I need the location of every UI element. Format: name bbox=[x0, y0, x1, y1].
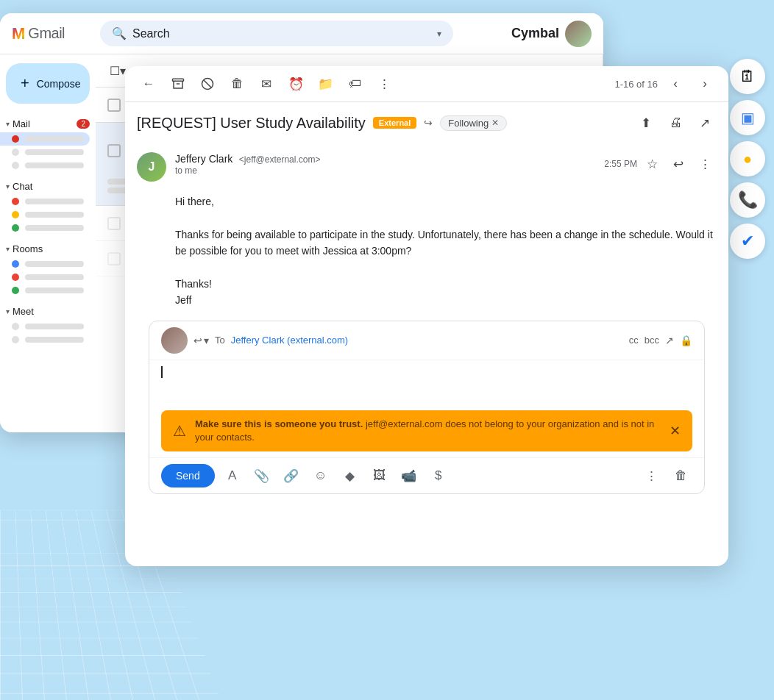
gmail-header: M Gmail 🔍 Search ▾ Cymbal bbox=[0, 13, 603, 54]
footer-delete-icon[interactable]: 🗑 bbox=[669, 464, 692, 488]
attach-icon[interactable]: 📎 bbox=[250, 464, 274, 488]
report-button[interactable] bbox=[196, 72, 219, 96]
compose-button[interactable]: + Compose bbox=[6, 63, 90, 104]
reply-direction-icons[interactable]: ↩ ▾ bbox=[194, 335, 209, 346]
star-message-icon[interactable]: ☆ bbox=[640, 152, 664, 176]
email-subject-line: [REQUEST] User Study Availability Extern… bbox=[125, 102, 728, 140]
mail-badge: 2 bbox=[77, 119, 90, 129]
panel-icon-phone[interactable]: 📞 bbox=[730, 182, 765, 218]
reply-message-icon[interactable]: ↩ bbox=[667, 152, 690, 176]
sidebar-item-chat-2[interactable] bbox=[0, 208, 90, 221]
email-checkbox[interactable] bbox=[107, 99, 121, 112]
reply-lock-icon[interactable]: 🔒 bbox=[680, 335, 692, 346]
rooms-dot-2 bbox=[12, 274, 19, 281]
move-button[interactable]: 📁 bbox=[313, 72, 337, 96]
svg-line-2 bbox=[204, 80, 212, 88]
rooms-dot-1 bbox=[12, 260, 19, 268]
panel-icon-meet[interactable]: ▣ bbox=[730, 100, 765, 135]
msg-body-text: Thanks for being available to participat… bbox=[175, 226, 717, 260]
cc-button[interactable]: cc bbox=[629, 335, 639, 346]
rooms-section-label: Rooms bbox=[13, 243, 43, 254]
sidebar-item-inbox[interactable] bbox=[0, 132, 90, 146]
open-new-icon[interactable]: ↗ bbox=[693, 111, 717, 135]
chat-section-label: Chat bbox=[13, 181, 32, 192]
inbox-line bbox=[25, 136, 84, 142]
link-icon[interactable]: 🔗 bbox=[280, 464, 303, 488]
meet-icon[interactable]: 📹 bbox=[397, 464, 421, 488]
send-button[interactable]: Send bbox=[161, 464, 215, 488]
rooms-line-3 bbox=[25, 288, 84, 293]
msg-greeting: Hi there, bbox=[175, 193, 717, 210]
nav-section-mail-header[interactable]: ▾ Mail 2 bbox=[0, 115, 96, 132]
rooms-dot-3 bbox=[12, 287, 19, 294]
msg-closing: Thanks!Jeff bbox=[175, 276, 717, 309]
gmail-logo-text: Gmail bbox=[28, 25, 65, 42]
reply-to-name[interactable]: Jeffery Clark (external.com) bbox=[231, 335, 348, 346]
mark-unread-button[interactable]: ✉ bbox=[255, 72, 278, 96]
sidebar-item-snoozed[interactable] bbox=[0, 159, 90, 172]
detail-more-button[interactable]: ⋮ bbox=[372, 72, 396, 96]
nav-section-chat-header[interactable]: ▾ Chat bbox=[0, 178, 96, 195]
next-email-button[interactable]: › bbox=[693, 72, 717, 96]
meet-dot-2 bbox=[12, 336, 19, 343]
reply-header: ↩ ▾ To Jeffery Clark (external.com) cc b… bbox=[149, 321, 704, 360]
sidebar-item-rooms-3[interactable] bbox=[0, 284, 90, 297]
archive-button[interactable] bbox=[166, 72, 190, 96]
panel-icon-tasks[interactable]: ● bbox=[730, 141, 765, 176]
sidebar-item-rooms-2[interactable] bbox=[0, 271, 90, 284]
signature-icon[interactable]: $ bbox=[427, 464, 450, 488]
sidebar-item-meet-1[interactable] bbox=[0, 320, 90, 333]
delete-button[interactable]: 🗑 bbox=[225, 72, 249, 96]
bcc-button[interactable]: bcc bbox=[645, 335, 659, 346]
meet-dot-1 bbox=[12, 323, 19, 330]
snoozed-dot bbox=[12, 162, 19, 169]
emoji-icon[interactable]: ☺ bbox=[309, 464, 333, 488]
panel-icon-calendar[interactable]: 🗓 bbox=[730, 59, 765, 94]
msg-sender-line: Jeffery Clark <jeff@external.com> bbox=[175, 152, 595, 165]
nudge-icon[interactable]: ⬆ bbox=[634, 111, 658, 135]
chat-chevron-icon: ▾ bbox=[6, 182, 10, 190]
panel-icon-check[interactable]: ✔ bbox=[730, 224, 765, 259]
snooze-button[interactable]: ⏰ bbox=[284, 72, 308, 96]
sidebar-item-chat-3[interactable] bbox=[0, 221, 90, 235]
sidebar-item-chat-1[interactable] bbox=[0, 195, 90, 208]
reply-body[interactable] bbox=[149, 360, 704, 404]
message-more-icon[interactable]: ⋮ bbox=[693, 152, 717, 176]
footer-more-icon[interactable]: ⋮ bbox=[639, 464, 663, 488]
chat-line-1 bbox=[25, 199, 84, 204]
email-subject-text: [REQUEST] User Study Availability bbox=[137, 115, 366, 132]
drive-icon[interactable]: ◆ bbox=[338, 464, 362, 488]
photo-icon[interactable]: 🖼 bbox=[368, 464, 391, 488]
sidebar-item-starred[interactable] bbox=[0, 146, 90, 159]
search-input[interactable]: Search bbox=[132, 27, 431, 40]
warning-close-button[interactable]: ✕ bbox=[670, 423, 681, 439]
nav-section-meet-header[interactable]: ▾ Meet bbox=[0, 303, 96, 320]
header-right: Cymbal bbox=[511, 21, 592, 47]
label-button[interactable]: 🏷 bbox=[343, 72, 366, 96]
search-dropdown-icon[interactable]: ▾ bbox=[437, 29, 441, 39]
expanded-checkbox[interactable] bbox=[107, 144, 121, 157]
meet-line-2 bbox=[25, 337, 84, 343]
chat-dot-2 bbox=[12, 211, 19, 218]
email-detail-panel: ← 🗑 ✉ ⏰ 📁 🏷 ⋮ 1-16 of 16 ‹ › [REQUEST] U… bbox=[125, 66, 728, 566]
text-format-icon[interactable]: A bbox=[221, 464, 244, 488]
email-checkbox-4[interactable] bbox=[107, 252, 121, 265]
print-icon[interactable]: 🖨 bbox=[664, 111, 687, 135]
chat-line-3 bbox=[25, 225, 84, 231]
sidebar-item-rooms-1[interactable] bbox=[0, 257, 90, 271]
warning-icon: ⚠ bbox=[173, 422, 186, 440]
following-badge[interactable]: Following ✕ bbox=[440, 115, 507, 131]
following-label: Following bbox=[448, 118, 489, 129]
reply-expand-icon[interactable]: ↗ bbox=[665, 335, 674, 346]
search-bar[interactable]: 🔍 Search ▾ bbox=[100, 21, 453, 46]
nav-section-mail: ▾ Mail 2 bbox=[0, 115, 96, 172]
back-button[interactable]: ← bbox=[137, 72, 160, 96]
user-avatar[interactable] bbox=[565, 21, 592, 47]
detail-toolbar: ← 🗑 ✉ ⏰ 📁 🏷 ⋮ 1-16 of 16 ‹ › bbox=[125, 66, 728, 102]
right-panel: 🗓 ▣ ● 📞 ✔ bbox=[730, 59, 765, 259]
email-checkbox-3[interactable] bbox=[107, 217, 121, 230]
prev-email-button[interactable]: ‹ bbox=[664, 72, 687, 96]
nav-section-rooms-header[interactable]: ▾ Rooms bbox=[0, 240, 96, 257]
sidebar-item-meet-2[interactable] bbox=[0, 333, 90, 346]
following-close-icon[interactable]: ✕ bbox=[491, 118, 499, 128]
